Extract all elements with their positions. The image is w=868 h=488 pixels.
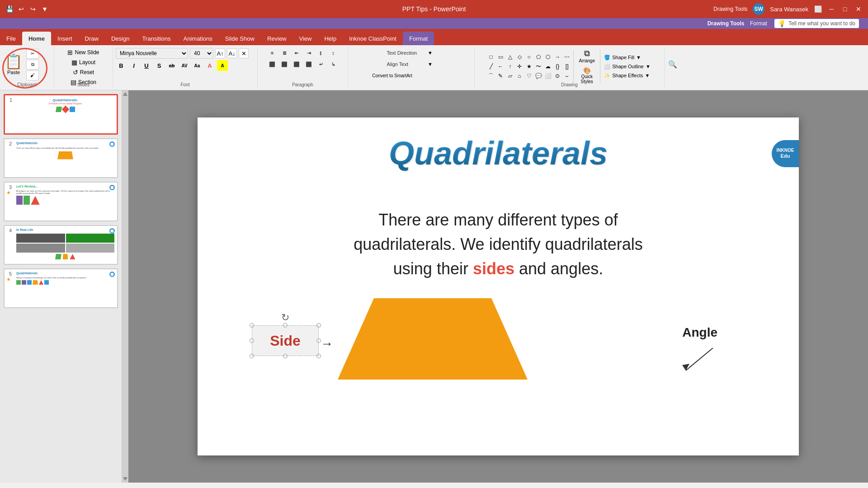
tell-me-search[interactable]: 💡 Tell me what you want to do [774, 19, 859, 28]
italic-button[interactable]: I [128, 60, 139, 71]
slide-panel-scroll[interactable] [122, 90, 128, 483]
tab-draw[interactable]: Draw [79, 32, 105, 45]
close-icon[interactable]: ✕ [854, 5, 863, 13]
tab-inknoe[interactable]: Inknoe ClassPoint [343, 32, 403, 45]
tab-transitions[interactable]: Transitions [136, 32, 177, 45]
columns-button[interactable]: ⫿ [316, 48, 326, 58]
layout-button[interactable]: ▦ Layout [70, 58, 97, 67]
shape-effects-button[interactable]: ✨ Shape Effects ▼ [602, 72, 652, 80]
bullet-list-button[interactable]: ≡ [267, 48, 278, 58]
shape-star[interactable]: ★ [524, 62, 533, 71]
shape-brace[interactable]: [] [562, 62, 571, 71]
align-text-button[interactable]: ▼ [425, 59, 436, 69]
shape-tri[interactable]: △ [505, 52, 514, 61]
format-tab-label[interactable]: Format [746, 19, 771, 28]
align-left-button[interactable]: ⬛ [267, 59, 278, 69]
undo-icon[interactable]: ↩ [17, 5, 25, 13]
text-direction-button[interactable]: ▼ [425, 48, 436, 58]
shape-arc[interactable]: ⌣ [562, 71, 571, 80]
tab-home[interactable]: Home [22, 32, 51, 45]
shape-diamond[interactable]: ◇ [515, 52, 524, 61]
clear-format-button[interactable]: ✕ [239, 48, 249, 58]
slide-thumb-3[interactable]: 3 ★ ⬤ Let's Review... All polygons are m… [4, 182, 118, 221]
increase-font-button[interactable]: A↑ [215, 48, 225, 58]
shape-bracket[interactable]: {} [553, 62, 562, 71]
inknoe-badge[interactable]: INKNOE Edu [772, 140, 799, 167]
justify-button[interactable]: ⬛ [303, 59, 314, 69]
decrease-indent-button[interactable]: ⇤ [291, 48, 302, 58]
tab-animations[interactable]: Animations [177, 32, 219, 45]
customize-icon[interactable]: ▼ [41, 5, 49, 13]
increase-indent-button[interactable]: ⇥ [303, 48, 314, 58]
shape-penta[interactable]: ⬠ [534, 52, 543, 61]
cut-button[interactable]: ✂ [26, 49, 39, 59]
shape-donut[interactable]: ⊙ [553, 71, 562, 80]
new-slide-button[interactable]: ⊞ New Slide [66, 48, 101, 57]
shape-outline-arrow[interactable]: ▼ [646, 64, 651, 69]
numbered-list-button[interactable]: ≣ [279, 48, 290, 58]
line-spacing-button[interactable]: ↕ [328, 48, 339, 58]
shape-uarrow[interactable]: ↑ [505, 62, 514, 71]
convert-smartart-button[interactable]: Convert to SmartArt [387, 70, 398, 80]
scroll-up-arrow[interactable] [123, 92, 127, 96]
ltr-button[interactable]: ↳ [328, 59, 339, 69]
shape-effects-arrow[interactable]: ▼ [645, 73, 650, 78]
search-expand-button[interactable]: 🔍 [667, 59, 678, 70]
tab-view[interactable]: View [293, 32, 318, 45]
shape-hexa[interactable]: ⬡ [543, 52, 552, 61]
slide-thumb-2[interactable]: 2 ⬤ Quadrilaterals There are many differ… [4, 138, 118, 178]
shape-cloud[interactable]: ☁ [543, 62, 552, 71]
font-color-button[interactable]: A [204, 60, 215, 71]
tab-help[interactable]: Help [318, 32, 343, 45]
shape-more[interactable]: ⋯ [562, 52, 571, 61]
tab-file[interactable]: File [0, 32, 22, 45]
slide-canvas[interactable]: Quadrilaterals There are many different … [198, 117, 799, 455]
align-right-button[interactable]: ⬛ [291, 59, 302, 69]
shape-outline-button[interactable]: ⬜ Shape Outline ▼ [602, 63, 652, 70]
copy-button[interactable]: ⧉ [26, 60, 39, 70]
tab-design[interactable]: Design [105, 32, 136, 45]
arrange-button[interactable]: ⧉ Arrange [578, 48, 596, 64]
reset-button[interactable]: ↺ Reset [71, 68, 96, 77]
maximize-icon[interactable]: □ [841, 5, 849, 13]
shape-line[interactable]: ╱ [486, 62, 495, 71]
char-spacing-button[interactable]: AV [179, 60, 190, 71]
minimize-icon[interactable]: ─ [827, 5, 835, 13]
shadow-button[interactable]: S [154, 60, 165, 71]
redo-icon[interactable]: ↪ [29, 5, 37, 13]
font-size-selector[interactable]: 40 [190, 48, 213, 59]
shape-heart[interactable]: ♡ [524, 71, 533, 80]
side-label-box[interactable]: Side [252, 325, 319, 356]
shape-circle[interactable]: ○ [524, 52, 533, 61]
change-case-button[interactable]: Aa [192, 60, 203, 71]
tab-format[interactable]: Format [403, 32, 434, 45]
tab-slideshow[interactable]: Slide Show [219, 32, 261, 45]
rtl-button[interactable]: ↵ [316, 59, 326, 69]
align-center-button[interactable]: ⬛ [279, 59, 290, 69]
paste-button[interactable]: 📋 Paste [3, 53, 24, 76]
strikethrough-button[interactable]: ab [166, 60, 177, 71]
format-painter-button[interactable]: 🖌 [26, 70, 39, 80]
shape-arrow[interactable]: → [553, 52, 562, 61]
shape-trap[interactable]: ⌂ [515, 71, 524, 80]
shape-fill-button[interactable]: 🪣 Shape Fill ▼ [602, 54, 652, 61]
shape-roundrect[interactable]: ▭ [496, 52, 505, 61]
shape-wave[interactable]: 〜 [534, 62, 543, 71]
highlight-button[interactable]: A [217, 60, 228, 71]
bold-button[interactable]: B [116, 60, 127, 71]
shape-cube[interactable]: ⬜ [543, 71, 552, 80]
scroll-down-arrow[interactable] [123, 477, 127, 481]
decrease-font-button[interactable]: A↓ [227, 48, 237, 58]
tab-review[interactable]: Review [261, 32, 293, 45]
slide-thumb-1[interactable]: 1 Quadrilaterals: A Parade of Four-Sided… [4, 94, 118, 135]
shape-cross[interactable]: ✛ [515, 62, 524, 71]
font-selector[interactable]: Minya Nouvelle [116, 48, 188, 59]
shape-para[interactable]: ▱ [505, 71, 514, 80]
user-avatar[interactable]: SW [753, 3, 764, 15]
shape-callout[interactable]: 💬 [534, 71, 543, 80]
slide-thumb-4[interactable]: 4 ⬤ In Real Life [4, 225, 118, 265]
share-icon[interactable]: ⬜ [814, 5, 822, 13]
save-icon[interactable]: 💾 [5, 5, 14, 13]
tab-insert[interactable]: Insert [51, 32, 79, 45]
shape-fill-arrow[interactable]: ▼ [636, 55, 641, 60]
